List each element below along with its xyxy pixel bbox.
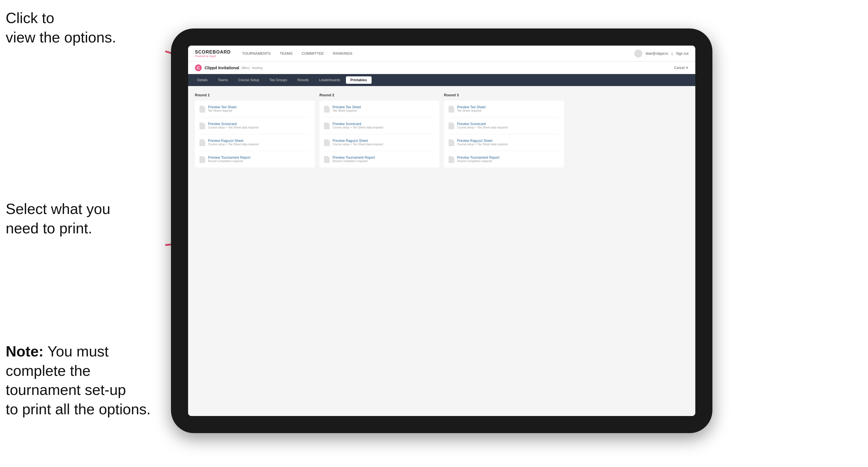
- sub-header: C Clippd Invitational (Men) Hosting Canc…: [188, 62, 695, 74]
- tab-bar: Details Teams Course Setup Tee Groups Re…: [188, 74, 695, 86]
- scorecard-icon-r3: [448, 123, 454, 129]
- tournament-name: Clippd Invitational: [205, 65, 239, 70]
- round3-raguzzi[interactable]: Preview Raguzzi Sheet Course setup + Tee…: [448, 139, 559, 146]
- raguzzi-icon: [199, 139, 205, 146]
- tournament-report-title: Preview Tournament Report: [208, 156, 250, 160]
- round1-tournament-report[interactable]: Preview Tournament Report Round Completi…: [199, 156, 310, 163]
- round2-tournament-report[interactable]: Preview Tournament Report Round Completi…: [324, 156, 435, 163]
- tab-printables[interactable]: Printables: [346, 76, 372, 84]
- tab-tee-groups[interactable]: Tee Groups: [265, 76, 291, 84]
- tournament-report-icon-r3: [448, 156, 454, 163]
- scorecard-icon-r2: [324, 123, 330, 129]
- empty-column: [568, 93, 688, 167]
- round1-scorecard[interactable]: Preview Scorecard Course setup + Tee She…: [199, 122, 310, 129]
- nav-teams[interactable]: TEAMS: [280, 50, 293, 57]
- nav-tournaments[interactable]: TOURNAMENTS: [242, 50, 271, 57]
- tournament-logo: C: [195, 64, 202, 71]
- annotation-middle: Select what youneed to print.: [6, 199, 143, 238]
- round-2-title: Round 2: [319, 93, 439, 97]
- tablet-device: SCOREBOARD Powered by clippd TOURNAMENTS…: [171, 29, 712, 433]
- tournament-report-icon-r2: [324, 156, 330, 163]
- round-1-card: Preview Tee Sheet Tee Sheet required Pre…: [195, 101, 315, 167]
- main-content: Round 1 Preview Tee Sheet Tee Sheet requ…: [188, 86, 695, 416]
- rounds-container: Round 1 Preview Tee Sheet Tee Sheet requ…: [195, 93, 688, 167]
- brand-title: SCOREBOARD: [195, 50, 231, 55]
- round3-tee-sheet[interactable]: Preview Tee Sheet Tee Sheet required: [448, 105, 559, 113]
- divider: [448, 134, 559, 134]
- tab-teams[interactable]: Teams: [213, 76, 232, 84]
- round2-scorecard[interactable]: Preview Scorecard Course setup + Tee She…: [324, 122, 435, 129]
- scorecard-title: Preview Scorecard: [208, 122, 258, 126]
- tab-leaderboards[interactable]: Leaderboards: [314, 76, 344, 84]
- divider: [448, 151, 559, 151]
- tab-details[interactable]: Details: [193, 76, 212, 84]
- divider: [199, 134, 310, 134]
- scorecard-sub: Course setup + Tee Sheet data required: [208, 126, 258, 129]
- divider: [324, 151, 435, 151]
- round1-tee-sheet[interactable]: Preview Tee Sheet Tee Sheet required: [199, 105, 310, 113]
- tee-sheet-sub: Tee Sheet required: [208, 109, 237, 112]
- brand-sub: Powered by clippd: [195, 55, 231, 58]
- round2-raguzzi[interactable]: Preview Raguzzi Sheet Course setup + Tee…: [324, 139, 435, 146]
- tee-sheet-title: Preview Tee Sheet: [208, 105, 237, 109]
- raguzzi-title: Preview Raguzzi Sheet: [208, 139, 258, 143]
- sign-out-link[interactable]: Sign out: [676, 52, 688, 56]
- nav-rankings[interactable]: RANKINGS: [333, 50, 352, 57]
- annotation-top: Click toview the options.: [6, 8, 148, 47]
- user-email: blair@clippd.io: [646, 52, 668, 56]
- round-3-title: Round 3: [444, 93, 564, 97]
- cancel-button[interactable]: Cancel ✕: [674, 66, 688, 70]
- raguzzi-icon-r2: [324, 139, 330, 146]
- round1-raguzzi[interactable]: Preview Raguzzi Sheet Course setup + Tee…: [199, 139, 310, 146]
- brand: SCOREBOARD Powered by clippd: [195, 50, 231, 58]
- round-1-column: Round 1 Preview Tee Sheet Tee Sheet requ…: [195, 93, 315, 167]
- round-2-card: Preview Tee Sheet Tee Sheet required Pre…: [319, 101, 439, 167]
- tournament-type: (Men): [241, 66, 250, 69]
- tournament-report-sub: Round Completion required: [208, 160, 250, 163]
- nav-links: TOURNAMENTS TEAMS COMMITTEE RANKINGS: [242, 50, 634, 57]
- nav-committee[interactable]: COMMITTEE: [302, 50, 324, 57]
- nav-right: blair@clippd.io | Sign out: [634, 50, 688, 58]
- user-avatar: [634, 50, 642, 58]
- round-3-card: Preview Tee Sheet Tee Sheet required Pre…: [444, 101, 564, 167]
- round-3-column: Round 3 Preview Tee Sheet Tee Sheet requ…: [444, 93, 564, 167]
- tee-sheet-icon-r3: [448, 106, 454, 113]
- tablet-screen: SCOREBOARD Powered by clippd TOURNAMENTS…: [188, 45, 695, 416]
- round3-scorecard[interactable]: Preview Scorecard Course setup + Tee She…: [448, 122, 559, 129]
- round-2-column: Round 2 Preview Tee Sheet Tee Sheet requ…: [319, 93, 439, 167]
- separator: |: [672, 52, 673, 56]
- divider: [199, 151, 310, 151]
- round-1-title: Round 1: [195, 93, 315, 97]
- raguzzi-sub: Course setup + Tee Sheet data required: [208, 143, 258, 146]
- scorecard-icon: [199, 123, 205, 129]
- tab-results[interactable]: Results: [293, 76, 313, 84]
- tee-sheet-icon-r2: [324, 106, 330, 113]
- tournament-report-icon: [199, 156, 205, 163]
- raguzzi-icon-r3: [448, 139, 454, 146]
- top-nav: SCOREBOARD Powered by clippd TOURNAMENTS…: [188, 45, 695, 62]
- tab-course-setup[interactable]: Course Setup: [234, 76, 264, 84]
- annotation-bottom: Note: You mustcomplete thetournament set…: [6, 342, 165, 419]
- divider: [324, 134, 435, 134]
- hosting-badge: Hosting: [252, 66, 262, 69]
- round3-tournament-report[interactable]: Preview Tournament Report Round Completi…: [448, 156, 559, 163]
- round2-tee-sheet[interactable]: Preview Tee Sheet Tee Sheet required: [324, 105, 435, 113]
- tee-sheet-icon: [199, 106, 205, 113]
